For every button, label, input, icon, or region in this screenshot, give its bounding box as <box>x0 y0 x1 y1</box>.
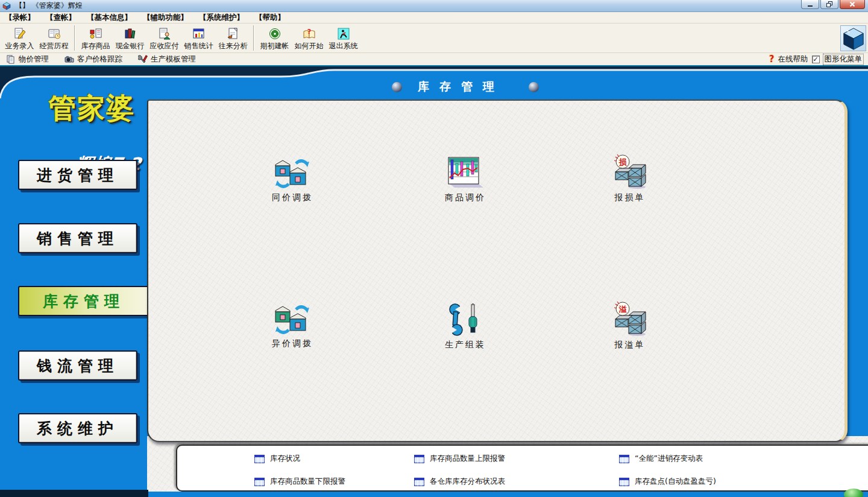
sales-statistics-icon <box>192 27 206 40</box>
same-price-transfer-icon <box>273 156 312 190</box>
link-allpowerful-change-table[interactable]: “全能”进销存变动表 <box>619 454 703 464</box>
overflow-report-icon: 溢 <box>611 301 649 337</box>
app-window: 【】 《管家婆》辉煌 【录帐】 【查帐】 【基本信息】 【辅助功能】 【系统维护… <box>0 0 868 497</box>
close-button[interactable] <box>840 0 865 9</box>
contact-analysis-icon <box>227 27 240 40</box>
minimize-icon <box>807 2 813 7</box>
minimize-button[interactable] <box>801 0 819 9</box>
toolbar-separator <box>74 25 75 51</box>
shortcut-goods-price-adjust[interactable]: 商品调价 <box>420 156 511 203</box>
help-question-icon[interactable]: ? <box>769 54 775 65</box>
app-icon <box>2 2 11 10</box>
table-icon <box>254 478 265 486</box>
titlebar: 【】 《管家婆》辉煌 <box>0 0 868 12</box>
main-toolbar: 业务录入 经营历程 库存商品 <box>0 24 868 53</box>
window-title: 【】 《管家婆》辉煌 <box>15 1 83 11</box>
initial-account-icon <box>268 27 281 40</box>
brand-cube-logo <box>840 25 866 51</box>
how-to-start-icon: ? <box>303 27 316 40</box>
production-template-icon <box>138 54 148 64</box>
sidebar-item-system-maintain[interactable]: 系统维护 <box>18 413 137 443</box>
toolbar-item-receivable-payable[interactable]: 应收应付 <box>147 24 181 51</box>
toolbar-separator <box>253 25 254 51</box>
cash-bank-icon <box>124 27 137 40</box>
svg-text:溢: 溢 <box>619 305 627 314</box>
brand-logo-text: 管家婆 <box>48 90 135 127</box>
link-upper-limit-alert[interactable]: 库存商品数量上限报警 <box>414 454 505 464</box>
table-icon <box>254 455 265 463</box>
graphic-menu-label[interactable]: 图形化菜单 <box>823 54 864 65</box>
window-controls <box>800 0 865 9</box>
close-icon <box>849 1 855 7</box>
toolbar-item-operation-history[interactable]: 经营历程 <box>37 24 71 51</box>
links-panel: 库存状况 库存商品数量上限报警 “全能”进销存变动表 库存商品数量下限报警 各仓… <box>176 445 868 492</box>
sidebar-item-inventory[interactable]: 库存管理 <box>18 286 148 316</box>
table-icon <box>414 478 424 486</box>
shortcut-overflow-report[interactable]: 溢 报溢单 <box>585 301 675 350</box>
online-help-link[interactable]: 在线帮助 <box>778 54 808 65</box>
link-lower-limit-alert[interactable]: 库存商品数量下限报警 <box>254 476 345 487</box>
toolbar-item-business-entry[interactable]: 业务录入 <box>2 24 37 51</box>
main-area: 管家婆 辉煌7.2 进货管理 销售管理 库存管理 钱流管理 系统维护 库存管理 <box>0 67 868 497</box>
restore-icon <box>826 1 833 7</box>
sidebar-item-purchase[interactable]: 进货管理 <box>18 160 137 190</box>
subtoolbar-item-production-template[interactable]: 生产模板管理 <box>138 54 196 65</box>
toolbar-item-initial-account[interactable]: 期初建帐 <box>257 24 292 51</box>
customer-price-tracking-icon <box>64 54 74 64</box>
graphic-menu-checkbox[interactable]: ✓ <box>812 55 820 63</box>
production-assembly-icon <box>446 303 485 337</box>
toolbar-item-exit-system[interactable]: 退出系统 <box>326 24 360 51</box>
business-entry-icon <box>13 27 27 40</box>
price-management-icon <box>6 54 16 64</box>
table-icon <box>619 455 629 463</box>
link-stocktake[interactable]: 库存盘点(自动盘盈盘亏) <box>619 476 716 487</box>
shortcut-same-price-transfer[interactable]: 同价调拨 <box>247 156 338 203</box>
decor-sphere-icon <box>529 82 539 92</box>
menu-bar: 【录帐】 【查帐】 【基本信息】 【辅助功能】 【系统维护】 【帮助】 <box>0 12 868 24</box>
loss-report-icon: 损 <box>611 154 649 190</box>
goods-price-adjust-icon <box>446 156 485 190</box>
menu-item-help[interactable]: 【帮助】 <box>255 13 285 23</box>
content-panel: 同价调拨 商品调价 <box>147 100 848 442</box>
toolbar-item-cash-bank[interactable]: 现金银行 <box>113 24 147 51</box>
decor-green-orb <box>844 489 863 497</box>
check-icon: ✓ <box>813 56 818 63</box>
subtoolbar-item-customer-price-tracking[interactable]: 客户价格跟踪 <box>64 54 122 65</box>
subtoolbar-item-price-management[interactable]: 物价管理 <box>6 54 49 65</box>
link-warehouse-distribution[interactable]: 各仓库库存分布状况表 <box>414 476 505 487</box>
exit-system-icon <box>337 27 350 40</box>
menu-item-basic-info[interactable]: 【基本信息】 <box>87 13 132 23</box>
menu-item-inquiry[interactable]: 【查帐】 <box>46 13 76 23</box>
sub-toolbar: 物价管理 客户价格跟踪 生产模板管理 ? 在线帮助 ✓ 图形化菜单 <box>0 53 868 66</box>
sidebar-bottom-shadow <box>0 490 148 497</box>
subtoolbar-right-group: ? 在线帮助 ✓ 图形化菜单 <box>769 54 863 65</box>
menu-item-record[interactable]: 【录帐】 <box>5 13 35 23</box>
menu-item-system-maintain[interactable]: 【系统维护】 <box>199 13 244 23</box>
shortcut-loss-report[interactable]: 损 报损单 <box>585 154 675 203</box>
restore-button[interactable] <box>820 0 838 9</box>
svg-text:?: ? <box>307 28 310 36</box>
toolbar-item-inventory-goods[interactable]: 库存商品 <box>78 24 113 51</box>
shortcut-diff-price-transfer[interactable]: 异价调拨 <box>247 302 338 349</box>
sidebar-item-cashflow[interactable]: 钱流管理 <box>18 350 137 381</box>
inventory-goods-icon <box>89 27 102 40</box>
receivable-payable-icon <box>158 27 171 40</box>
table-icon <box>619 478 629 486</box>
shortcut-production-assembly[interactable]: 生产组装 <box>420 303 511 350</box>
cube-icon <box>841 27 866 51</box>
toolbar-item-contact-analysis[interactable]: 往来分析 <box>216 24 250 51</box>
toolbar-item-how-to-start[interactable]: ? 如何开始 <box>292 24 326 51</box>
menu-item-auxiliary[interactable]: 【辅助功能】 <box>143 13 188 23</box>
toolbar-item-sales-statistics[interactable]: 销售统计 <box>181 24 216 51</box>
operation-history-icon <box>48 27 61 40</box>
svg-text:损: 损 <box>618 157 627 166</box>
table-icon <box>414 455 424 463</box>
diff-price-transfer-icon <box>273 302 312 336</box>
link-inventory-status[interactable]: 库存状况 <box>254 454 300 464</box>
sidebar-item-sales[interactable]: 销售管理 <box>18 223 137 253</box>
